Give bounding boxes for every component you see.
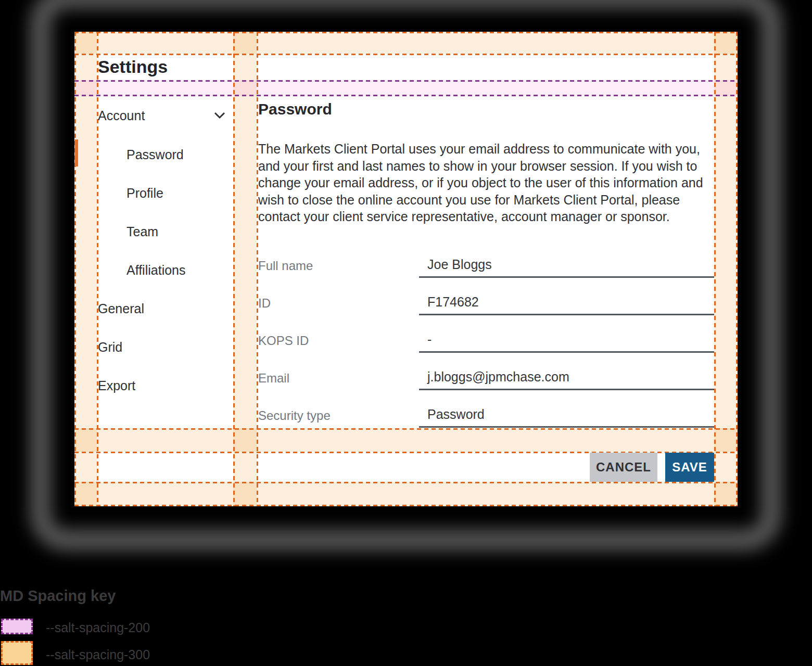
section-heading: Password — [258, 99, 332, 119]
full-name-input[interactable]: Joe Bloggs — [419, 253, 714, 278]
kops-id-input[interactable]: - — [419, 328, 714, 353]
guide-line-vertical — [74, 32, 76, 506]
guide-line-horizontal — [74, 54, 738, 55]
guide-line-horizontal-purple — [74, 95, 738, 96]
email-input[interactable]: j.bloggs@jpmchase.com — [419, 365, 714, 390]
sidebar-item-affiliations[interactable]: Affiliations — [126, 262, 186, 278]
spacing-guide-top-margin — [74, 32, 738, 54]
full-name-label: Full name — [258, 253, 419, 273]
sidebar-item-password[interactable]: Password — [126, 146, 184, 163]
security-type-input[interactable]: Password — [419, 403, 714, 428]
form-row: KOPS ID - — [258, 328, 714, 365]
sidebar-item-label: Account — [98, 107, 145, 124]
guide-line-horizontal-purple — [74, 80, 738, 82]
page: Settings Account Password Profile Team A… — [0, 0, 812, 666]
sidebar-item-export[interactable]: Export — [98, 377, 135, 394]
guide-line-vertical — [736, 32, 738, 506]
sidebar-item-general[interactable]: General — [98, 300, 144, 317]
guide-line-horizontal — [74, 32, 738, 33]
legend-label-spacing-200: --salt-spacing-200 — [46, 620, 150, 635]
sidebar-item-profile[interactable]: Profile — [126, 185, 163, 201]
save-button[interactable]: SAVE — [665, 453, 714, 482]
sidebar-item-account[interactable]: Account — [98, 107, 225, 124]
sidebar-item-team[interactable]: Team — [126, 223, 158, 240]
dialog-title: Settings — [98, 55, 168, 78]
legend-label-spacing-300: --salt-spacing-300 — [46, 647, 150, 662]
sidebar-item-grid[interactable]: Grid — [98, 339, 122, 355]
form-row: Full name Joe Bloggs — [258, 253, 714, 290]
chevron-down-icon — [214, 112, 225, 119]
section-description: The Markets Client Portal uses your emai… — [258, 140, 718, 225]
guide-line-horizontal — [74, 482, 738, 483]
spacing-guide-right-margin — [714, 32, 738, 506]
spacing-guide-under-title — [74, 80, 738, 96]
security-type-label: Security type — [258, 403, 419, 423]
kops-id-label: KOPS ID — [258, 328, 419, 348]
guide-line-vertical — [97, 32, 98, 506]
email-label: Email — [258, 365, 419, 386]
spacing-key-title: MD Spacing key — [0, 587, 116, 605]
guide-line-horizontal — [74, 505, 738, 506]
id-label: ID — [258, 290, 419, 311]
settings-dialog: Settings Account Password Profile Team A… — [74, 32, 738, 506]
id-input[interactable]: F174682 — [419, 290, 714, 315]
cancel-button[interactable]: CANCEL — [590, 453, 657, 482]
form-row: Email j.bloggs@jpmchase.com — [258, 365, 714, 403]
spacing-guide-bottom-margin — [74, 482, 738, 506]
legend-swatch-spacing-300 — [1, 641, 33, 665]
spacing-guide-left-margin — [74, 32, 97, 506]
spacing-guide-column-gutter — [233, 32, 257, 506]
guide-line-vertical — [233, 32, 235, 506]
active-item-indicator — [75, 139, 78, 166]
guide-line-vertical — [714, 32, 716, 506]
form-row: Security type Password — [258, 403, 714, 440]
legend-swatch-spacing-200 — [1, 619, 33, 634]
form-row: ID F174682 — [258, 290, 714, 328]
